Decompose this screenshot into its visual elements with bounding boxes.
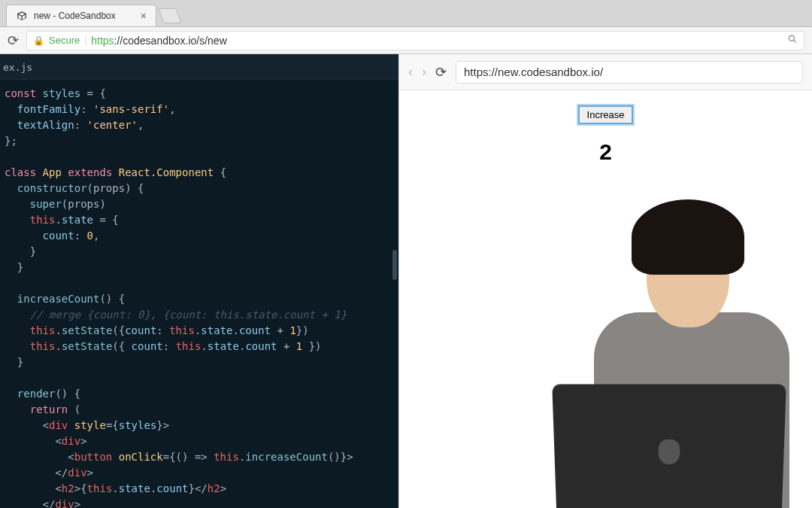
lock-icon: 🔒 (33, 35, 44, 46)
reload-icon[interactable]: ⟳ (8, 32, 19, 49)
preview-pane: ‹ › ⟳ https://new.codesandbox.io/ Increa… (398, 54, 812, 508)
editor-scrollbar[interactable] (392, 250, 397, 280)
close-tab-icon[interactable]: × (141, 10, 147, 22)
svg-point-0 (789, 35, 794, 41)
workspace: ex.js const styles = { fontFamily: 'sans… (0, 54, 812, 508)
browser-address-bar: ⟳ 🔒 Secure https://codesandbox.io/s/new (0, 27, 812, 54)
url-input[interactable]: 🔒 Secure https://codesandbox.io/s/new (26, 31, 804, 50)
search-icon[interactable] (787, 34, 798, 47)
svg-line-1 (794, 41, 796, 43)
preview-url-input[interactable]: https://new.codesandbox.io/ (456, 61, 803, 84)
increase-button[interactable]: Increase (578, 105, 634, 124)
browser-tab[interactable]: new - CodeSandbox × (6, 5, 156, 26)
codesandbox-favicon-icon (16, 10, 28, 22)
preview-nav-bar: ‹ › ⟳ https://new.codesandbox.io/ (399, 54, 812, 90)
editor-file-tab[interactable]: ex.js (0, 54, 398, 80)
back-icon[interactable]: ‹ (408, 64, 413, 80)
new-tab-button[interactable] (158, 8, 181, 23)
preview-content: Increase 2 (399, 90, 812, 508)
browser-tab-strip: new - CodeSandbox × (0, 0, 812, 27)
url-text: https://codesandbox.io/s/new (91, 35, 227, 47)
preview-reload-icon[interactable]: ⟳ (435, 64, 447, 81)
tab-title: new - CodeSandbox (34, 11, 116, 21)
code-content[interactable]: const styles = { fontFamily: 'sans-serif… (0, 80, 398, 508)
secure-label: Secure (49, 35, 86, 46)
counter-display: 2 (399, 139, 812, 165)
code-editor-pane[interactable]: ex.js const styles = { fontFamily: 'sans… (0, 54, 398, 508)
forward-icon[interactable]: › (422, 64, 426, 80)
